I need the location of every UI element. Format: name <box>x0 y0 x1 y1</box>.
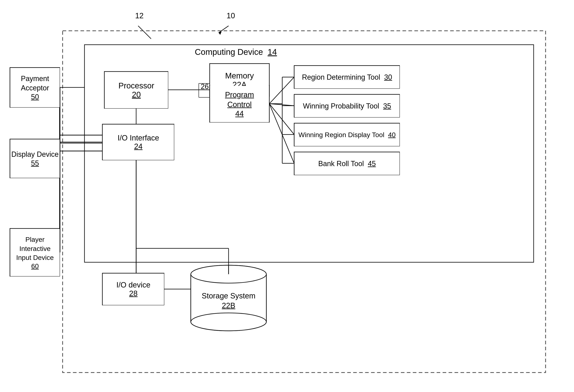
processor-box: Processor 20 <box>105 72 168 108</box>
diagram-container: 12 10 Computing Device 14 Processor 20 M… <box>0 0 574 392</box>
svg-point-19 <box>191 313 266 331</box>
io-interface-label: I/O Interface <box>118 134 159 142</box>
ref-10-label: 10 <box>226 12 235 20</box>
region-determining-label: Region Determining Tool 30 <box>302 73 392 81</box>
io-device-label: I/O device <box>116 281 150 289</box>
svg-line-1 <box>219 26 228 33</box>
svg-line-60 <box>269 104 294 106</box>
winning-region-display-label: Winning Region Display Tool 40 <box>299 131 396 139</box>
payment-acceptor-ref: 50 <box>31 93 39 101</box>
display-device-box: Display Device 55 <box>10 139 60 178</box>
region-determining-tool-box: Region Determining Tool 30 <box>295 66 399 88</box>
svg-line-59 <box>269 77 294 104</box>
ref-26-label: 26 <box>201 82 209 91</box>
bank-roll-tool-box: Bank Roll Tool 45 <box>295 152 399 175</box>
bank-roll-label: Bank Roll Tool 45 <box>318 159 376 168</box>
ref-12-label: 12 <box>135 12 144 20</box>
program-control-label: ProgramControl <box>225 90 254 110</box>
svg-point-18 <box>191 265 266 283</box>
svg-line-62 <box>269 104 294 163</box>
payment-acceptor-box: PaymentAcceptor 50 <box>10 68 60 107</box>
computing-device-label: Computing Device 14 <box>195 47 277 57</box>
display-device-ref: 55 <box>31 159 39 168</box>
winning-region-display-tool-box: Winning Region Display Tool 40 <box>295 124 399 146</box>
memory-label: Memory <box>225 71 254 80</box>
display-device-label: Display Device <box>11 150 59 159</box>
io-device-box: I/O device 28 <box>103 274 164 305</box>
svg-line-50 <box>60 87 84 142</box>
winning-probability-tool-box: Winning Probability Tool 35 <box>295 95 399 117</box>
svg-marker-2 <box>219 31 222 35</box>
program-control-box: ProgramControl 44 <box>210 86 269 122</box>
player-input-label: PlayerInteractiveInput Device <box>16 235 54 262</box>
payment-acceptor-label: PaymentAcceptor <box>21 74 49 93</box>
io-interface-ref: 24 <box>134 142 143 151</box>
connectors-svg <box>0 0 574 392</box>
player-input-ref: 60 <box>31 262 39 270</box>
svg-line-61 <box>269 104 294 135</box>
svg-line-51 <box>60 87 102 142</box>
io-device-ref: 28 <box>129 289 138 298</box>
player-input-device-box: PlayerInteractiveInput Device 60 <box>10 229 60 276</box>
svg-point-24 <box>191 265 266 283</box>
processor-ref: 20 <box>132 90 141 99</box>
program-control-ref: 44 <box>235 109 244 118</box>
svg-point-23 <box>191 313 266 331</box>
winning-probability-label: Winning Probability Tool 35 <box>303 102 391 110</box>
processor-label: Processor <box>119 81 154 90</box>
svg-line-0 <box>138 26 151 39</box>
storage-system-label: Storage System22B <box>191 291 266 311</box>
io-interface-box: I/O Interface 24 <box>103 125 174 160</box>
